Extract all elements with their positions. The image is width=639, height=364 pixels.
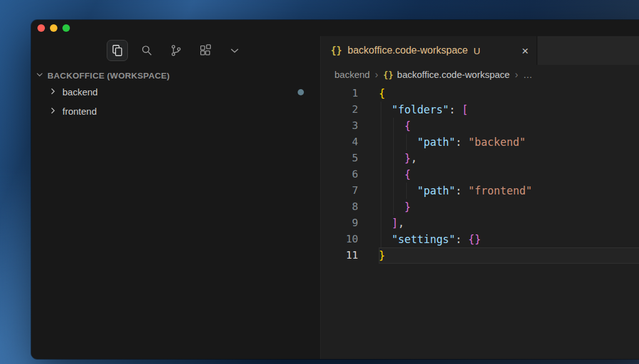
editor-group: {} backoffice.code-workspace U × backend…: [321, 36, 639, 359]
chevron-right-icon: [48, 106, 57, 117]
folder-label: frontend: [62, 106, 97, 117]
more-views-icon[interactable]: [224, 40, 245, 61]
breadcrumb-item[interactable]: backend: [334, 69, 370, 80]
breadcrumb-item[interactable]: …: [523, 69, 532, 80]
line-number: 9: [321, 215, 358, 231]
breadcrumb-label: …: [523, 69, 532, 80]
tab-backoffice-code-workspace[interactable]: {} backoffice.code-workspace U ×: [321, 36, 537, 65]
line-number: 10: [321, 231, 358, 247]
line-number: 1: [321, 85, 358, 102]
close-icon[interactable]: ×: [520, 44, 530, 57]
line-number: 2: [321, 102, 358, 118]
chevron-down-icon: [35, 70, 44, 81]
sidebar-item-backend[interactable]: backend: [31, 82, 320, 102]
code-text: "path": "frontend": [379, 183, 639, 199]
json-file-icon: {}: [331, 45, 342, 56]
tab-strip-empty-area: [537, 36, 639, 65]
source-control-icon[interactable]: [165, 40, 187, 61]
search-icon[interactable]: [136, 40, 157, 61]
tab-strip: {} backoffice.code-workspace U ×: [321, 36, 639, 65]
code-line[interactable]: 5 },: [321, 150, 639, 166]
code-text: {: [379, 85, 639, 102]
minimize-window-button[interactable]: [50, 24, 57, 32]
line-number: 6: [321, 166, 358, 183]
tab-filename: backoffice.code-workspace: [348, 45, 468, 56]
code-text: }: [379, 247, 639, 264]
code-line[interactable]: 8 }: [321, 199, 639, 215]
breadcrumb-label: backoffice.code-workspace: [397, 69, 510, 80]
indent-guide: [381, 183, 381, 199]
code-line[interactable]: 11}: [321, 247, 639, 264]
indent-guide: [393, 199, 394, 215]
json-file-icon: {}: [383, 70, 393, 80]
workbench: BACKOFFICE (WORKSPACE) backendfrontend {…: [31, 36, 639, 359]
line-number: 7: [321, 183, 358, 199]
code-line[interactable]: 10 "settings": {}: [321, 231, 639, 247]
breadcrumb-item[interactable]: {}backoffice.code-workspace: [383, 69, 510, 80]
line-number: 11: [321, 247, 358, 264]
code-line[interactable]: 7 "path": "frontend": [321, 183, 639, 199]
activity-bar: [31, 36, 320, 65]
code-area[interactable]: 1{2 "folders": [3 {4 "path": "backend"5 …: [321, 84, 639, 359]
breadcrumb-separator: ›: [375, 69, 378, 80]
code-line[interactable]: 3 {: [321, 118, 639, 134]
workspace-title: BACKOFFICE (WORKSPACE): [47, 71, 170, 80]
extensions-icon[interactable]: [195, 40, 216, 61]
line-number: 3: [321, 118, 358, 134]
change-indicator-dot: [298, 89, 304, 95]
code-text: ],: [379, 215, 639, 231]
sidebar-item-frontend[interactable]: frontend: [31, 102, 320, 121]
chevron-right-icon: [48, 87, 57, 98]
git-status-badge: U: [474, 46, 480, 56]
breadcrumb-separator: ›: [515, 69, 518, 80]
code-text: "path": "backend": [379, 134, 639, 150]
code-line[interactable]: 4 "path": "backend": [321, 134, 639, 150]
indent-guide: [393, 150, 394, 166]
titlebar[interactable]: [31, 20, 639, 36]
indent-guide: [381, 118, 381, 134]
code-line[interactable]: 6 {: [321, 166, 639, 183]
code-text: {: [379, 118, 639, 134]
breadcrumb: backend›{}backoffice.code-workspace›…: [321, 65, 639, 84]
code-text: {: [379, 166, 639, 183]
indent-guide: [393, 134, 394, 150]
code-text: "folders": [: [379, 102, 639, 118]
code-text: }: [379, 199, 639, 215]
file-tree: backendfrontend: [31, 82, 320, 121]
close-window-button[interactable]: [37, 24, 45, 32]
sidebar-explorer: BACKOFFICE (WORKSPACE) backendfrontend: [31, 36, 321, 359]
indent-guide: [393, 118, 394, 134]
desktop-background: { "colors": { "file_status": "#e2c08d", …: [0, 0, 639, 364]
zoom-window-button[interactable]: [62, 24, 70, 32]
indent-guide: [381, 150, 381, 166]
code-line[interactable]: 1{: [321, 85, 639, 102]
line-number: 8: [321, 199, 358, 215]
indent-guide: [406, 134, 407, 150]
indent-guide: [381, 199, 381, 215]
line-number: 4: [321, 134, 358, 150]
breadcrumb-label: backend: [334, 69, 370, 80]
vscode-window: BACKOFFICE (WORKSPACE) backendfrontend {…: [31, 20, 639, 359]
line-number: 5: [321, 150, 358, 166]
indent-guide: [393, 166, 394, 183]
indent-guide: [406, 183, 407, 199]
explorer-icon[interactable]: [107, 40, 128, 61]
indent-guide: [381, 134, 381, 150]
indent-guide: [381, 102, 381, 118]
code-line[interactable]: 2 "folders": [: [321, 102, 639, 118]
indent-guide: [381, 231, 381, 247]
indent-guide: [393, 183, 394, 199]
code-line[interactable]: 9 ],: [321, 215, 639, 231]
code-text: "settings": {}: [379, 231, 639, 247]
explorer-section-header[interactable]: BACKOFFICE (WORKSPACE): [35, 70, 320, 81]
code-text: },: [379, 150, 639, 166]
folder-label: backend: [62, 87, 98, 97]
indent-guide: [381, 215, 381, 231]
traffic-lights: [37, 24, 70, 32]
indent-guide: [381, 166, 381, 183]
